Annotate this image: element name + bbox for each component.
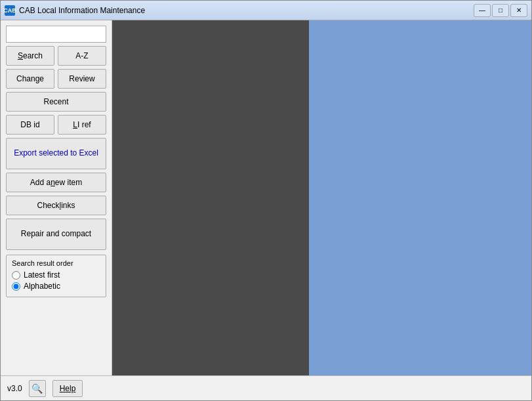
az-button[interactable]: A-Z — [58, 46, 106, 66]
center-panel — [112, 20, 309, 375]
check-links-button[interactable]: Check links — [6, 196, 106, 215]
search-input[interactable] — [6, 26, 106, 43]
repair-compact-button[interactable]: Repair and compact — [6, 219, 106, 250]
bottom-bar: v3.0 🔍 Help — [1, 375, 531, 400]
help-button[interactable]: Help — [52, 380, 83, 397]
search-order-legend: Search result order — [12, 259, 100, 267]
search-az-row: Search A-Z — [6, 46, 106, 66]
add-new-item-button[interactable]: Add a new item — [6, 173, 106, 192]
latest-first-option[interactable]: Latest first — [12, 270, 100, 280]
latest-first-label: Latest first — [24, 270, 60, 280]
alphabetic-option[interactable]: Alphabetic — [12, 282, 100, 291]
main-window: CAB CAB Local Information Maintenance — … — [0, 0, 532, 401]
close-button[interactable]: ✕ — [510, 4, 527, 17]
dbid-liref-row: DB id LI ref — [6, 115, 106, 135]
export-button[interactable]: Export selected to Excel — [6, 138, 106, 169]
main-content: Search A-Z Change Review Recent DB id LI… — [1, 20, 531, 375]
title-bar-left: CAB CAB Local Information Maintenance — [5, 5, 145, 16]
maximize-button[interactable]: □ — [492, 4, 509, 17]
latest-first-radio[interactable] — [12, 271, 20, 280]
title-bar-controls: — □ ✕ — [474, 4, 527, 17]
alphabetic-radio[interactable] — [12, 282, 20, 291]
review-button[interactable]: Review — [58, 69, 106, 89]
search-button[interactable]: Search — [6, 46, 54, 66]
app-icon: CAB — [5, 5, 15, 16]
li-ref-button[interactable]: LI ref — [58, 115, 106, 135]
left-panel: Search A-Z Change Review Recent DB id LI… — [1, 20, 112, 375]
alphabetic-label: Alphabetic — [24, 282, 60, 291]
title-bar: CAB CAB Local Information Maintenance — … — [1, 1, 531, 20]
zoom-icon: 🔍 — [31, 383, 43, 394]
change-review-row: Change Review — [6, 69, 106, 89]
search-order-group: Search result order Latest first Alphabe… — [6, 255, 106, 297]
window-title: CAB Local Information Maintenance — [19, 6, 145, 15]
version-label: v3.0 — [7, 384, 22, 393]
db-id-button[interactable]: DB id — [6, 115, 54, 135]
right-panel — [309, 20, 531, 375]
minimize-button[interactable]: — — [474, 4, 491, 17]
zoom-button[interactable]: 🔍 — [29, 380, 46, 397]
recent-button[interactable]: Recent — [6, 92, 106, 112]
change-button[interactable]: Change — [6, 69, 54, 89]
